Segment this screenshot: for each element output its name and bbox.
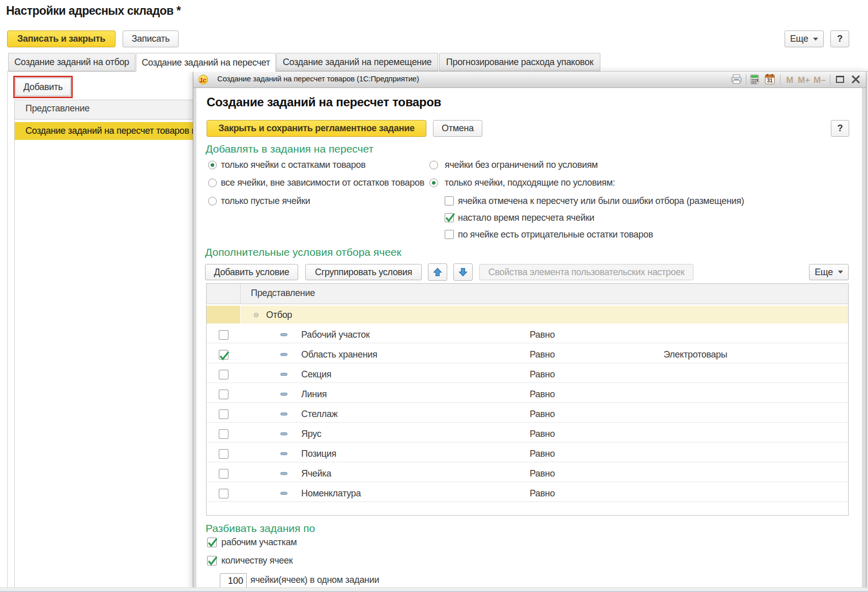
svg-text:31: 31 xyxy=(767,78,773,83)
